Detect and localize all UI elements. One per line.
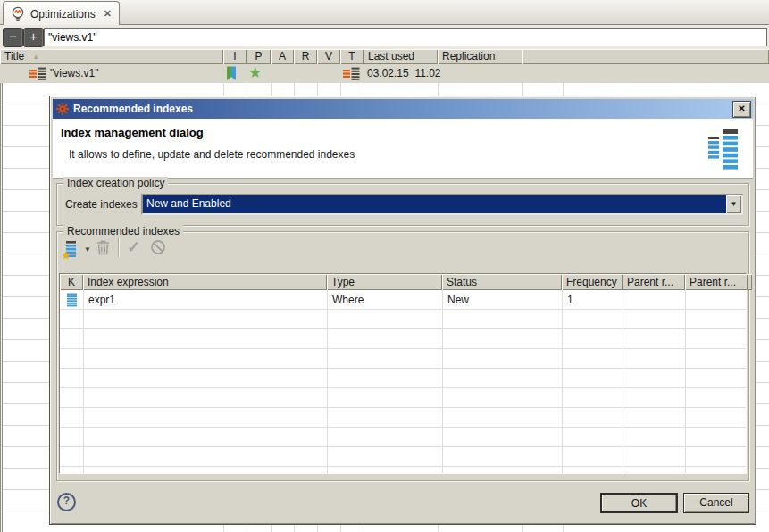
optimizations-view: Optimizations ✕ − + Title▲ I P A R V T L… <box>0 0 769 532</box>
type-cell: Where <box>327 290 442 310</box>
column-header-index-expression[interactable]: Index expression <box>83 274 327 290</box>
grid-line <box>685 290 686 473</box>
expand-all-button[interactable]: + <box>23 28 44 47</box>
grid-line <box>83 290 84 473</box>
recommended-indexes-group: Recommended indexes ★ ▼ ✓ <box>56 231 749 481</box>
reject-icon[interactable] <box>150 239 166 255</box>
column-header-k[interactable]: K <box>60 274 83 290</box>
column-header-frequency[interactable]: Frequency <box>562 274 623 290</box>
column-header-a[interactable]: A <box>271 49 294 64</box>
group-label: Recommended indexes <box>63 225 183 238</box>
grid-line <box>562 290 563 473</box>
chevron-down-icon: ▼ <box>731 200 738 208</box>
column-header-i[interactable]: I <box>223 49 247 64</box>
table-row-views-v1[interactable]: "views.v1" ★ 03.02.15 11:02 <box>0 64 769 83</box>
help-button[interactable]: ? <box>57 493 76 511</box>
view-toolbar: − + <box>0 25 769 49</box>
column-label: Title <box>4 50 24 62</box>
dialog-close-button[interactable]: ✕ <box>732 101 751 118</box>
parent-cell <box>623 290 685 310</box>
column-header-replication[interactable]: Replication <box>438 49 522 64</box>
column-header-p[interactable]: P <box>247 49 271 64</box>
grid-line <box>623 290 623 473</box>
grid-line <box>327 290 328 473</box>
tab-close-icon[interactable]: ✕ <box>104 8 112 20</box>
column-header-status[interactable]: Status <box>442 274 562 290</box>
add-index-menu-caret-icon[interactable]: ▼ <box>84 245 91 254</box>
indexes-table-header: K Index expression Type Status Frequency… <box>60 274 746 290</box>
index-columns-icon <box>706 122 740 172</box>
tab-bar: Optimizations ✕ <box>0 0 769 25</box>
collapse-all-button[interactable]: − <box>3 28 23 47</box>
dialog-description: It allows to define, update and delete r… <box>69 148 355 161</box>
status-cell: New <box>442 290 562 310</box>
sort-ascending-icon: ▲ <box>32 53 39 61</box>
frequency-cell: 1 <box>562 290 623 310</box>
tab-optimizations[interactable]: Optimizations ✕ <box>3 1 120 26</box>
tab-label: Optimizations <box>30 8 96 21</box>
question-mark-icon: ? <box>63 495 70 507</box>
gear-icon <box>56 103 69 115</box>
group-label: Index creation policy <box>63 177 168 190</box>
column-header-r[interactable]: R <box>294 49 317 64</box>
cancel-button[interactable]: Cancel <box>683 493 749 513</box>
recommended-indexes-table: K Index expression Type Status Frequency… <box>59 273 747 474</box>
combobox-dropdown-button[interactable]: ▼ <box>726 195 741 213</box>
ok-button[interactable]: OK <box>600 493 678 513</box>
filter-input[interactable] <box>44 28 767 46</box>
index-icon <box>67 293 77 307</box>
recommended-indexes-dialog: Recommended indexes ✕ Index management d… <box>49 96 756 525</box>
expression-cell: expr1 <box>83 290 327 310</box>
dialog-title-bar[interactable]: Recommended indexes ✕ <box>53 99 753 119</box>
row-title: "views.v1" <box>50 67 99 79</box>
column-header-last-used[interactable]: Last used <box>364 49 438 64</box>
key-cell <box>60 290 83 310</box>
optimization-icon <box>343 67 360 80</box>
toolbar-separator <box>118 238 119 257</box>
create-indexes-label: Create indexes : <box>65 198 143 211</box>
column-header-t[interactable]: T <box>340 49 364 64</box>
column-header-v[interactable]: V <box>317 49 340 64</box>
column-header-parent-2[interactable]: Parent r... <box>685 274 748 290</box>
column-header-parent-1[interactable]: Parent r... <box>623 274 685 290</box>
close-icon: ✕ <box>738 104 745 113</box>
row-last-used: 03.02.15 11:02 <box>367 67 441 79</box>
indexes-table-body: expr1 Where New 1 <box>60 290 746 473</box>
dialog-heading: Index management dialog <box>61 126 204 139</box>
create-indexes-combobox[interactable]: New and Enabled ▼ <box>141 194 743 215</box>
column-header-filler <box>748 274 752 290</box>
parent-cell <box>685 290 746 310</box>
bookmark-icon <box>226 66 237 81</box>
add-index-button[interactable]: ★ <box>64 240 82 258</box>
star-icon: ★ <box>248 64 262 82</box>
gold-star-icon: ★ <box>62 250 71 262</box>
column-header-filler <box>522 49 769 64</box>
combobox-selected-value: New and Enabled <box>143 195 726 213</box>
view-left-border <box>0 49 3 532</box>
index-creation-policy-group: Index creation policy Create indexes : N… <box>56 183 749 226</box>
optimization-icon <box>29 67 46 80</box>
minus-icon: − <box>9 29 17 44</box>
delete-icon[interactable] <box>95 238 112 256</box>
plus-icon: + <box>29 29 38 44</box>
index-row-expr1[interactable]: expr1 Where New 1 <box>60 290 746 310</box>
lightbulb-icon <box>11 6 25 21</box>
column-header-type[interactable]: Type <box>327 274 442 290</box>
grid-line <box>442 290 443 473</box>
dialog-header-band: Index management dialog It allows to def… <box>53 119 753 179</box>
column-header-title[interactable]: Title▲ <box>0 49 223 64</box>
approve-icon[interactable]: ✓ <box>127 239 140 255</box>
dialog-title: Recommended indexes <box>73 103 193 115</box>
